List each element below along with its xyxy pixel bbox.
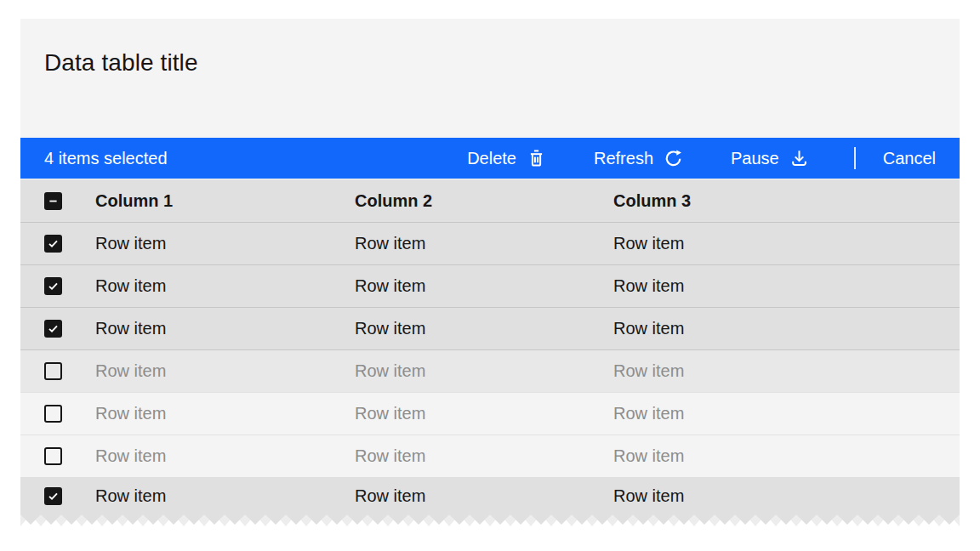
delete-button-label: Delete [467,149,516,168]
cell: Row item [355,319,613,338]
row-checkbox[interactable] [44,487,62,505]
pause-button-label: Pause [731,149,779,168]
column-header-3: Column 3 [613,191,960,211]
cell: Row item [95,446,355,466]
cell: Row item [355,276,613,296]
cell: Row item [613,319,960,338]
table-row[interactable]: Row item Row item Row item [20,477,960,514]
cell: Row item [613,276,960,296]
cell: Row item [355,234,613,253]
cell: Row item [613,404,960,423]
table-row[interactable]: Row item Row item Row item [20,435,960,477]
cell: Row item [613,234,960,253]
table-header-row: Column 1 Column 2 Column 3 [20,179,960,222]
row-checkbox[interactable] [44,320,62,338]
cell: Row item [95,276,355,296]
actions-divider [854,147,856,169]
cell: Row item [95,361,355,381]
data-table: Data table title 4 items selected Delete [20,19,960,527]
download-icon [789,149,809,168]
refresh-button-label: Refresh [594,149,653,168]
cell: Row item [355,404,613,423]
cell: Row item [95,404,355,423]
cell: Row item [613,361,960,381]
cancel-button-label: Cancel [883,149,936,168]
column-header-2: Column 2 [355,191,613,211]
row-checkbox[interactable] [44,405,62,423]
cell: Row item [95,234,355,253]
row-checkbox[interactable] [44,235,62,253]
torn-edge [20,514,960,527]
table-row[interactable]: Row item Row item Row item [20,349,960,392]
table-row[interactable]: Row item Row item Row item [20,307,960,349]
cell: Row item [355,361,613,381]
table-row[interactable]: Row item Row item Row item [20,392,960,435]
pause-button[interactable]: Pause [710,138,829,179]
batch-actions-bar: 4 items selected Delete Refresh [20,138,960,179]
cell: Row item [95,319,355,338]
table-title-section: Data table title [20,19,960,138]
column-header-1: Column 1 [95,191,355,211]
refresh-button[interactable]: Refresh [573,138,704,179]
row-checkbox[interactable] [44,362,62,380]
delete-button[interactable]: Delete [447,138,567,179]
cell: Row item [95,486,355,506]
refresh-icon [664,149,683,168]
row-checkbox[interactable] [44,277,62,295]
trash-icon [527,149,546,168]
table-row[interactable]: Row item Row item Row item [20,222,960,264]
batch-actions-group: Delete Refresh [447,138,960,179]
cell: Row item [613,486,960,506]
row-checkbox[interactable] [44,447,62,465]
table-row[interactable]: Row item Row item Row item [20,264,960,307]
cell: Row item [355,486,613,506]
cell: Row item [613,446,960,466]
cell: Row item [355,446,613,466]
cancel-button[interactable]: Cancel [863,138,956,179]
select-all-checkbox[interactable] [44,192,62,210]
selected-count-label: 4 items selected [44,149,168,168]
page-title: Data table title [44,49,936,77]
